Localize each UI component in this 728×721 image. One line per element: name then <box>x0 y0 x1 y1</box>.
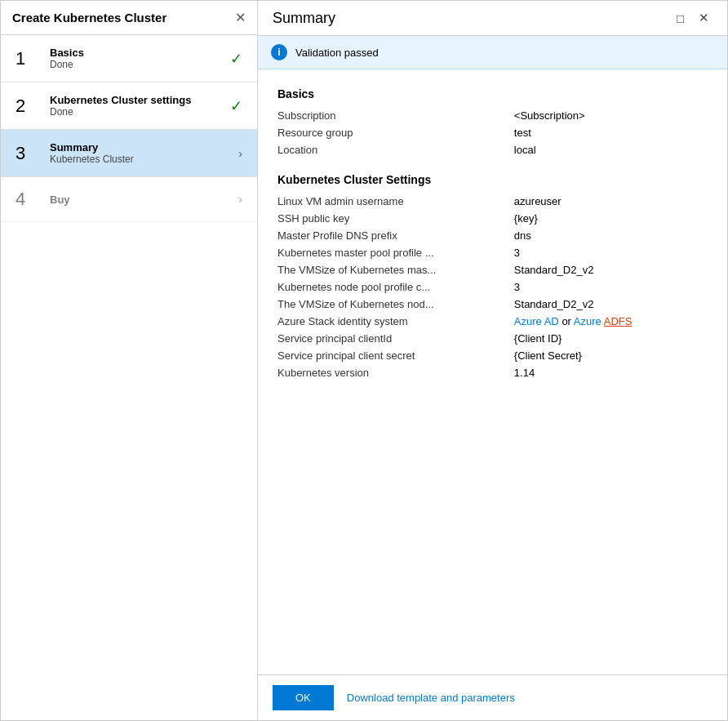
step-3-name: Summary <box>50 141 232 154</box>
or-text: or <box>562 315 573 327</box>
table-row: Master Profile DNS prefix dns <box>277 227 708 244</box>
step-3[interactable]: 3 Summary Kubernetes Cluster › <box>1 130 257 177</box>
k8s-fields-table: Linux VM admin username azureuser SSH pu… <box>277 193 708 381</box>
field-value: 3 <box>514 244 708 261</box>
left-close-button[interactable]: ✕ <box>235 11 246 24</box>
step-4-text: Buy <box>50 194 232 206</box>
field-label: The VMSize of Kubernetes nod... <box>277 296 514 313</box>
table-row: Azure Stack identity system Azure AD or … <box>277 313 708 330</box>
field-value: {Client Secret} <box>514 347 708 364</box>
right-header: Summary □ ✕ <box>258 1 727 36</box>
field-value-mixed: Azure AD or Azure ADFS <box>514 313 708 330</box>
field-label: Location <box>277 141 514 158</box>
right-footer: OK Download template and parameters <box>258 674 727 720</box>
field-value: {Client ID} <box>514 330 708 347</box>
table-row: Location local <box>277 141 708 158</box>
right-panel-title: Summary <box>273 10 335 27</box>
table-row: Kubernetes version 1.14 <box>277 364 708 381</box>
summary-content: Basics Subscription <Subscription> Resou… <box>258 69 727 674</box>
field-label: The VMSize of Kubernetes mas... <box>277 261 514 278</box>
table-row: Service principal client secret {Client … <box>277 347 708 364</box>
table-row: The VMSize of Kubernetes mas... Standard… <box>277 261 708 278</box>
field-label: Subscription <box>277 107 514 124</box>
right-panel: Summary □ ✕ i Validation passed Basics S… <box>258 1 727 720</box>
step-4: 4 Buy › <box>1 177 257 222</box>
table-row: Subscription <Subscription> <box>277 107 708 124</box>
step-2-check: ✓ <box>230 97 242 115</box>
step-3-text: Summary Kubernetes Cluster <box>50 141 232 165</box>
download-link[interactable]: Download template and parameters <box>347 692 515 704</box>
field-value: Standard_D2_v2 <box>514 296 708 313</box>
step-4-number: 4 <box>16 189 42 210</box>
step-2-status: Done <box>50 106 224 118</box>
field-label: Service principal client secret <box>277 347 514 364</box>
validation-message: Validation passed <box>295 47 379 59</box>
step-1-check: ✓ <box>230 50 242 68</box>
field-value: dns <box>514 227 708 244</box>
ok-button[interactable]: OK <box>273 685 334 710</box>
field-value: test <box>514 124 708 141</box>
step-3-chevron: › <box>238 147 242 160</box>
step-1[interactable]: 1 Basics Done ✓ <box>1 35 257 82</box>
step-2[interactable]: 2 Kubernetes Cluster settings Done ✓ <box>1 82 257 130</box>
field-value: {key} <box>514 210 708 227</box>
field-value: Standard_D2_v2 <box>514 261 708 278</box>
field-label: Kubernetes master pool profile ... <box>277 244 514 261</box>
right-header-icons: □ ✕ <box>673 9 712 27</box>
step-4-name: Buy <box>50 194 232 206</box>
field-value: azureuser <box>514 193 708 210</box>
field-label: Kubernetes version <box>277 364 514 381</box>
left-panel: Create Kubernetes Cluster ✕ 1 Basics Don… <box>1 1 258 720</box>
table-row: Resource group test <box>277 124 708 141</box>
dialog-window: Create Kubernetes Cluster ✕ 1 Basics Don… <box>0 0 728 721</box>
info-icon: i <box>271 44 287 60</box>
field-value: 1.14 <box>514 364 708 381</box>
field-label: SSH public key <box>277 210 514 227</box>
field-label: Master Profile DNS prefix <box>277 227 514 244</box>
field-value: local <box>514 141 708 158</box>
table-row: Linux VM admin username azureuser <box>277 193 708 210</box>
section-k8s-title: Kubernetes Cluster Settings <box>277 173 708 186</box>
step-1-name: Basics <box>50 47 224 59</box>
right-close-button[interactable]: ✕ <box>695 9 712 27</box>
step-4-chevron: › <box>238 193 242 206</box>
section-basics-title: Basics <box>277 87 708 100</box>
basics-fields-table: Subscription <Subscription> Resource gro… <box>277 107 708 158</box>
step-2-text: Kubernetes Cluster settings Done <box>50 94 224 118</box>
field-value: 3 <box>514 278 708 296</box>
table-row: The VMSize of Kubernetes nod... Standard… <box>277 296 708 313</box>
table-row: SSH public key {key} <box>277 210 708 227</box>
step-1-status: Done <box>50 59 224 70</box>
adfs-text: ADFS <box>604 315 633 327</box>
field-label: Resource group <box>277 124 514 141</box>
left-header: Create Kubernetes Cluster ✕ <box>1 1 257 35</box>
azure-ad-text: Azure AD <box>514 315 559 327</box>
step-3-status: Kubernetes Cluster <box>50 154 232 165</box>
table-row: Service principal clientId {Client ID} <box>277 330 708 347</box>
validation-bar: i Validation passed <box>258 36 727 69</box>
field-label: Service principal clientId <box>277 330 514 347</box>
table-row: Kubernetes master pool profile ... 3 <box>277 244 708 261</box>
step-3-number: 3 <box>16 143 42 164</box>
step-2-number: 2 <box>16 96 42 117</box>
step-1-number: 1 <box>16 48 42 69</box>
field-label: Linux VM admin username <box>277 193 514 210</box>
step-2-name: Kubernetes Cluster settings <box>50 94 224 106</box>
maximize-button[interactable]: □ <box>673 9 687 27</box>
azure-text: Azure <box>574 315 601 327</box>
field-value: <Subscription> <box>514 107 708 124</box>
field-label: Azure Stack identity system <box>277 313 514 330</box>
step-1-text: Basics Done <box>50 47 224 70</box>
table-row: Kubernetes node pool profile c... 3 <box>277 278 708 296</box>
field-label: Kubernetes node pool profile c... <box>277 278 514 296</box>
dialog-title: Create Kubernetes Cluster <box>12 11 166 24</box>
steps-list: 1 Basics Done ✓ 2 Kubernetes Cluster set… <box>1 35 257 720</box>
